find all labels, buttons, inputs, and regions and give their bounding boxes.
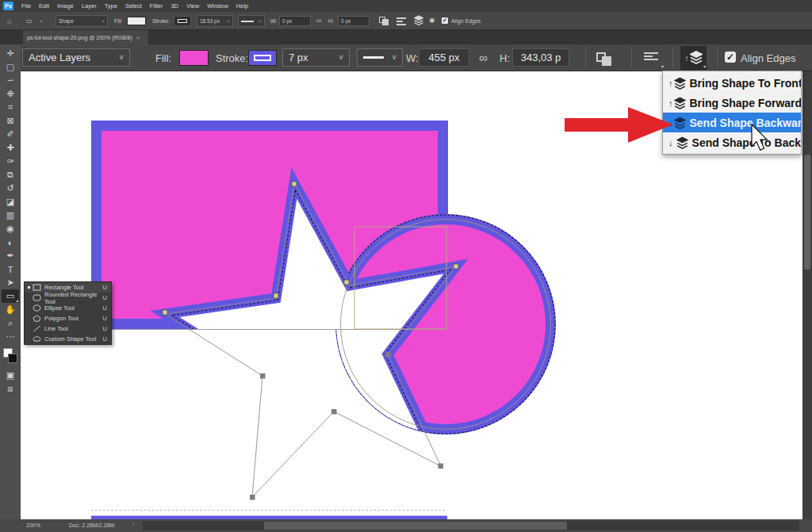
layer-stack-icon <box>673 117 687 129</box>
zoom-level[interactable]: 200% <box>26 522 40 528</box>
menu-help[interactable]: Help <box>236 2 248 10</box>
screen-mode-button[interactable]: ⧈ <box>2 382 19 396</box>
horizontal-scrollbar[interactable] <box>143 521 799 530</box>
brush-tool[interactable]: ✑ <box>2 155 19 168</box>
stroke-type-select[interactable]: ˅ <box>357 48 403 67</box>
flyout-line-tool[interactable]: Line Tool U <box>25 323 111 334</box>
eyedropper-icon: ✐ <box>6 129 13 140</box>
menu-file[interactable]: File <box>21 2 31 10</box>
stroke-swatch[interactable] <box>248 50 277 66</box>
gear-icon[interactable]: ✱ <box>429 17 435 25</box>
vertical-scrollbar[interactable] <box>802 71 812 519</box>
zoom-tool[interactable]: ⌕ <box>2 316 19 330</box>
stroke-width-select[interactable]: 18.53 px˅ <box>197 15 233 27</box>
active-layers-select[interactable]: Active Layers ˅ <box>22 48 130 67</box>
ellipse-tool-icon <box>33 304 41 312</box>
menu-item-bring-shape-forward[interactable]: ↑ Bring Shape Forward <box>663 93 801 113</box>
shape-width-field[interactable]: 0 px <box>279 16 311 26</box>
link-dimensions-icon[interactable]: ∞ <box>479 51 488 64</box>
flyout-custom-shape-tool[interactable]: Custom Shape Tool U <box>25 334 111 344</box>
marquee-tool[interactable]: ▢ <box>2 60 19 74</box>
menu-window[interactable]: Window <box>207 2 228 10</box>
frame-tool[interactable]: ⊠ <box>2 114 19 128</box>
pen-tool[interactable]: ✒ <box>2 249 19 262</box>
gradient-tool[interactable]: ▥ <box>2 209 19 222</box>
color-swatches[interactable] <box>2 348 19 366</box>
horizontal-scrollbar-thumb[interactable] <box>264 522 567 530</box>
menu-image[interactable]: Image <box>57 2 74 10</box>
menu-filter[interactable]: Filter <box>150 2 163 10</box>
layer-stack-icon <box>673 77 687 90</box>
line-style-icon <box>241 21 254 22</box>
shape-width-field[interactable]: 455 px <box>419 48 469 67</box>
shortcut-key: U <box>103 315 107 322</box>
quick-select-icon: ❉ <box>6 89 13 99</box>
tool-preset-icon[interactable]: ▭ <box>26 17 33 25</box>
path-arrangement-icon[interactable] <box>414 15 423 27</box>
clone-stamp-tool[interactable]: ⧉ <box>2 168 19 182</box>
stroke-swatch[interactable] <box>174 16 191 26</box>
blur-tool[interactable]: ◉ <box>2 222 19 235</box>
fill-swatch[interactable] <box>179 50 209 66</box>
width-label: W: <box>270 18 277 24</box>
crop-tool[interactable]: ⌗ <box>2 101 19 114</box>
blur-icon: ◉ <box>6 224 14 234</box>
menu-item-label: Bring Shape To Front <box>690 77 802 90</box>
vertical-scrollbar-thumb[interactable] <box>804 155 810 270</box>
align-edges-checkbox[interactable]: ✓ <box>442 17 448 24</box>
flyout-polygon-tool[interactable]: Polygon Tool U <box>25 313 111 323</box>
eyedropper-tool[interactable]: ✐ <box>2 128 19 141</box>
stroke-width-select[interactable]: 7 px ˅ <box>282 48 350 67</box>
menu-item-send-shape-backward[interactable]: ↓ Send Shape Backward <box>663 113 801 132</box>
flyout-item-label: Polygon Tool <box>44 315 79 322</box>
chevron-down-icon: ˅ <box>227 19 230 24</box>
polygon-tool-icon <box>33 315 41 322</box>
stroke-style-preview <box>178 19 187 23</box>
menu-item-bring-shape-to-front[interactable]: ↑ Bring Shape To Front <box>663 73 801 93</box>
stroke-type-select[interactable]: ˅ <box>238 15 265 27</box>
chevron-down-icon: ˅ <box>113 53 124 62</box>
dodge-tool[interactable]: ◐ <box>2 235 19 249</box>
menu-3d[interactable]: 3D <box>170 2 178 10</box>
menu-layer[interactable]: Layer <box>82 2 97 10</box>
hand-tool[interactable]: ✋ <box>2 303 19 316</box>
eraser-tool[interactable]: ◪ <box>2 195 19 209</box>
flyout-item-label: Custom Shape Tool <box>44 335 96 343</box>
lasso-tool[interactable]: ∽ <box>2 74 19 87</box>
more-tools[interactable]: ⋯ <box>2 330 19 343</box>
quick-mask-button[interactable]: ▣ <box>2 369 19 382</box>
move-tool[interactable]: ✛ <box>2 47 19 60</box>
flyout-item-label: Ellipse Tool <box>44 304 75 312</box>
status-chevron-icon[interactable]: › <box>132 522 134 527</box>
flyout-ellipse-tool[interactable]: Ellipse Tool U <box>25 303 111 313</box>
lasso-icon: ∽ <box>6 75 13 86</box>
menu-view[interactable]: View <box>186 2 199 10</box>
flyout-rounded-rectangle-tool[interactable]: Rounded Rectangle Tool U <box>25 293 111 303</box>
path-alignment-icon[interactable] <box>396 17 406 27</box>
menu-edit[interactable]: Edit <box>39 2 49 10</box>
home-icon[interactable]: ⌂ <box>7 17 11 25</box>
type-tool[interactable]: T <box>2 262 19 276</box>
align-edges-checkbox[interactable]: ✓ <box>725 52 736 63</box>
link-dimensions-icon[interactable]: ∞ <box>316 17 321 25</box>
tool-mode-select[interactable]: Shape˅ <box>56 15 108 27</box>
close-tab-icon[interactable]: × <box>136 34 140 41</box>
background-color-swatch[interactable] <box>8 354 17 363</box>
shape-height-field[interactable]: 0 px <box>338 16 370 26</box>
fill-swatch[interactable] <box>127 17 146 25</box>
active-layers-value: Active Layers <box>29 52 90 63</box>
document-tab[interactable]: ps-tut-tool-shape-20.png @ 200% (RGB/8) … <box>23 30 148 44</box>
history-brush-tool[interactable]: ↺ <box>2 182 19 195</box>
shape-height-field[interactable]: 343,03 p <box>512 48 569 67</box>
healing-tool[interactable]: ✚ <box>2 141 19 155</box>
path-alignment-icon[interactable] <box>644 52 658 62</box>
menu-item-send-shape-to-back[interactable]: ↓ Send Shape To Back <box>663 132 801 152</box>
path-select-tool[interactable]: ➤ <box>2 276 19 289</box>
menu-select[interactable]: Select <box>125 2 142 10</box>
stroke-width-value: 18.53 px <box>200 18 220 24</box>
fill-label: Fill: <box>155 52 171 64</box>
quick-select-tool[interactable]: ❉ <box>2 87 19 101</box>
menu-type[interactable]: Type <box>105 2 117 10</box>
rectangle-tool[interactable]: ▭ <box>2 289 19 303</box>
path-arrangement-button[interactable]: ↑ ▾ <box>680 46 707 70</box>
